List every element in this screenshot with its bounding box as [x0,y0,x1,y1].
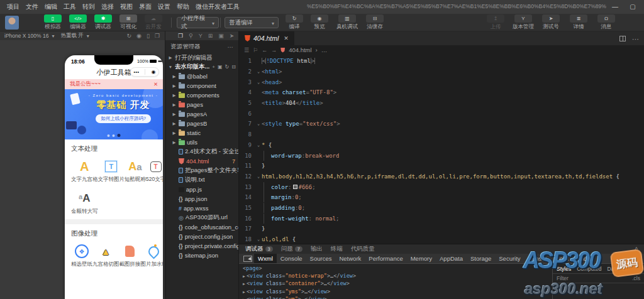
inspect-element-icon[interactable] [243,256,252,262]
expand-icon[interactable]: ▶ [243,290,245,295]
menubar-item[interactable]: 编辑 [42,0,60,14]
toolbar-button-messages-icon[interactable]: Ω消息 [592,14,620,31]
project-root-row[interactable]: 去水印版本... +▣↻⊟ [165,62,238,72]
code-line[interactable]: 2<html> [239,67,644,77]
fold-icon[interactable] [255,143,262,148]
devtools-tab-appdata[interactable]: AppData [436,254,467,263]
menubar-item[interactable]: 工具 [60,0,79,14]
forward-icon[interactable]: → [271,47,277,53]
toolbar-button-version-control-icon[interactable]: Y版本管理 [509,14,537,31]
tree-item[interactable]: 说明.txt [165,175,238,185]
menubar-item[interactable]: 界面 [136,0,155,14]
toolbar-button-editor-icon[interactable]: </>编辑器 [65,14,91,31]
tree-item[interactable]: ASP300源码.url [165,213,238,222]
code-line[interactable]: 4<meta charset="UTF-8"> [239,87,644,98]
toolbar-button-simulator-icon[interactable]: ▯模拟器 [40,14,65,31]
tree-item[interactable]: app.wxss [165,204,238,213]
tree-item[interactable]: pagesA [165,109,238,119]
extensions-icon[interactable]: ⊞ [208,33,213,39]
split-editor-icon[interactable] [619,36,626,41]
wxml-root-node[interactable]: <page> [243,265,548,273]
code-line[interactable]: 1<!DOCTYPE html> [239,56,644,67]
panel-tab-3[interactable]: 终端 [331,245,343,253]
tab-close-icon[interactable]: ✕ [284,35,289,41]
refresh-icon[interactable]: ↻ [225,64,230,70]
expand-icon[interactable]: ▶ [243,281,245,286]
menubar-item[interactable]: 视图 [117,0,136,14]
tool-item[interactable]: 九宫格切图 [92,244,119,268]
bookmark-icon[interactable]: ⚐ [253,47,258,53]
tool-item[interactable]: 文字转图片 [98,159,125,183]
panel-tab-1[interactable]: 问题7 [281,245,303,253]
toolbar-button-preview-icon[interactable]: ◉预览 [307,14,332,31]
code-line[interactable]: 9* { [239,140,644,151]
fold-icon[interactable] [255,121,262,126]
devtools-tab-sources[interactable]: Sources [306,254,336,263]
toolbar-button-device-debug-icon[interactable]: ▥真机调试 [332,14,362,31]
tool-item[interactable]: 520文字 [146,159,163,183]
user-avatar[interactable] [5,16,19,30]
tree-item[interactable]: pages [165,100,238,109]
files-icon[interactable]: ❐ [178,33,183,39]
minimize-button[interactable]: — [606,0,624,14]
tool-item[interactable]: 金额转大写 [71,191,98,215]
code-line[interactable]: 8 [239,129,644,140]
devtools-tab-security[interactable]: Security [495,254,524,263]
tree-item[interactable]: sitemap.json [165,251,238,260]
fold-icon[interactable] [255,80,262,85]
toolbar-button-debugger-icon[interactable]: ✱调试器 [91,14,116,31]
fold-icon[interactable] [255,174,262,179]
toolbar-button-upload-icon[interactable]: ↥上传 [482,14,509,31]
tree-item[interactable]: component [165,81,238,90]
code-line[interactable]: 17} [239,224,644,234]
code-line[interactable]: 13color:#666; [239,182,644,192]
cls-toggle[interactable]: .cls [632,275,640,281]
breadcrumb-more[interactable]: … [321,46,328,53]
explorer-more-icon[interactable]: ⋯ [228,43,234,50]
devtools-tab-performance[interactable]: Performance [365,254,406,263]
wxml-node[interactable]: ▶<view class="ym">…</view> [243,296,548,299]
panel-tab-0[interactable]: 调试器3 [245,245,273,253]
fold-icon[interactable] [255,237,262,242]
tree-item[interactable]: pagesB [165,119,238,128]
tool-item[interactable]: 文字九宫格 [71,159,98,183]
compile-mode-select[interactable]: 普通编译 [225,17,279,28]
multi-window-icon[interactable]: ❐ [155,31,160,40]
tree-item[interactable]: @babel [165,72,238,81]
devtools-tab-wxml[interactable]: Wxml [254,254,277,263]
tree-item[interactable]: components [165,90,238,100]
tree-item[interactable]: utils [165,138,238,147]
tree-item[interactable]: app.js [165,185,238,194]
editor-more-icon[interactable] [632,33,639,44]
tree-item[interactable]: 2.4技术文档 - 安全过滤... [165,147,238,156]
menubar-item[interactable]: 微信开发者工具 [192,0,243,14]
screenshot-icon[interactable]: ◉ [136,31,142,40]
tool-item[interactable]: 图片加水印 [141,244,164,268]
code-line[interactable]: 16font-weight: normal; [239,213,644,224]
carousel-dot[interactable] [108,134,110,137]
toolbar-button-test-account-icon[interactable]: ➤测试号 [537,14,565,31]
maximize-button[interactable]: ▢ [624,0,641,14]
code-line[interactable]: 7<style type="text/css"> [239,119,644,129]
code-line[interactable]: 11} [239,161,644,171]
tree-item[interactable]: 404.html7 [165,156,238,166]
code-editor[interactable]: 1<!DOCTYPE html>2<html>3<head>4<meta cha… [239,55,644,244]
tree-item[interactable]: app.json [165,194,238,204]
devtools-tab-network[interactable]: Network [335,254,365,263]
outline-icon[interactable]: ☰ [244,47,249,53]
collapse-icon[interactable]: ⊟ [231,64,236,70]
tab-404-html[interactable]: 404.html ✕ [239,31,294,45]
panel-tab-4[interactable]: 代码质量 [351,245,375,253]
toolbar-button-details-icon[interactable]: ≣详情 [565,14,592,31]
code-line[interactable]: 5<title>404</title> [239,98,644,109]
toolbar-button-cloud-dev-icon[interactable]: ☁云开发 [141,14,166,31]
open-editors-row[interactable]: 打开的编辑器 [165,53,238,62]
wxml-node[interactable]: ▶<view class="notice-wrap">…</view> [243,273,548,281]
notice-close-icon[interactable]: ✕ [153,81,158,87]
expand-icon[interactable]: ▶ [243,274,245,279]
menubar-item[interactable]: 文件 [23,0,42,14]
panel-tab-2[interactable]: 输出 [311,245,323,253]
more-button[interactable]: ••• [134,70,140,74]
fold-icon[interactable] [255,69,262,74]
package-icon[interactable]: ▣ [218,33,224,39]
